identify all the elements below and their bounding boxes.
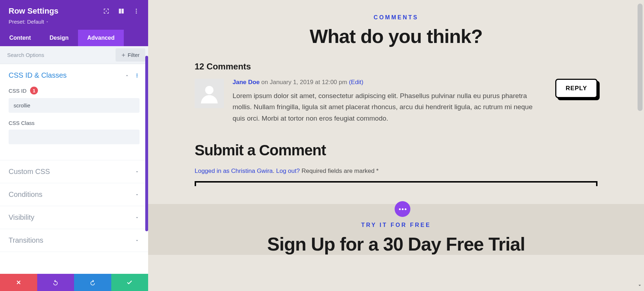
comment-edit-link[interactable]: (Edit) bbox=[349, 79, 364, 86]
search-input[interactable] bbox=[0, 47, 113, 63]
trial-label: TRY IT FOR FREE bbox=[148, 222, 644, 228]
css-class-label: CSS Class bbox=[9, 120, 140, 126]
sections-list: CSS ID & Classes CSS ID 1 bbox=[0, 64, 148, 274]
svg-point-6 bbox=[137, 76, 138, 77]
section-title: CSS ID & Classes bbox=[9, 71, 67, 79]
comment-author[interactable]: Jane Doe bbox=[233, 79, 260, 86]
css-id-label: CSS ID 1 bbox=[9, 87, 140, 94]
submit-meta: Logged in as Christina Gwira. Log out? R… bbox=[195, 168, 597, 175]
more-vertical-icon[interactable] bbox=[133, 8, 140, 14]
more-horizontal-icon bbox=[399, 208, 406, 210]
tabs: Content Design Advanced bbox=[0, 30, 148, 46]
chevron-down-icon bbox=[135, 169, 140, 174]
filter-label: Filter bbox=[128, 52, 140, 58]
svg-point-3 bbox=[136, 13, 137, 14]
tab-advanced[interactable]: Advanced bbox=[78, 30, 124, 46]
bottom-actions bbox=[0, 274, 148, 291]
trial-section: TRY IT FOR FREE Sign Up for a 30 Day Fre… bbox=[148, 204, 644, 255]
cancel-button[interactable] bbox=[0, 274, 37, 291]
more-vertical-icon[interactable] bbox=[135, 73, 140, 78]
preview-pane: COMMENTS What do you think? 12 Comments … bbox=[148, 0, 644, 291]
redo-button[interactable] bbox=[74, 274, 111, 291]
css-id-input[interactable] bbox=[9, 98, 140, 113]
svg-point-7 bbox=[205, 86, 213, 94]
fab-button[interactable] bbox=[395, 201, 410, 217]
panel-header: Row Settings Preset: Default bbox=[0, 0, 148, 30]
comment-text: Lorem ipsum dolor sit amet, consectetur … bbox=[233, 90, 547, 124]
preview-scrollbar[interactable] bbox=[638, 4, 643, 111]
chevron-down-icon bbox=[135, 215, 140, 220]
chevron-down-icon bbox=[45, 20, 49, 24]
avatar bbox=[195, 79, 224, 108]
section-css-id-classes: CSS ID & Classes CSS ID 1 bbox=[0, 64, 148, 160]
sidebar-scrollbar[interactable] bbox=[145, 56, 148, 231]
comment-item: Jane Doe on January 1, 2019 at 12:00 pm … bbox=[195, 79, 597, 124]
logged-in-link[interactable]: Logged in as Christina Gwira bbox=[195, 168, 273, 174]
redo-icon bbox=[89, 279, 96, 286]
user-icon bbox=[199, 83, 219, 103]
trial-title: Sign Up for a 30 Day Free Trial bbox=[148, 233, 644, 255]
section-visibility: Visibility bbox=[0, 206, 148, 229]
chevron-up-icon bbox=[125, 73, 130, 78]
section-header-transitions[interactable]: Transitions bbox=[0, 229, 148, 252]
preset-label: Preset: Default bbox=[9, 19, 44, 25]
comments-title: What do you think? bbox=[195, 25, 597, 47]
filter-button[interactable]: Filter bbox=[116, 48, 145, 62]
svg-point-5 bbox=[137, 75, 138, 76]
focus-icon[interactable] bbox=[103, 8, 109, 14]
logout-link[interactable]: Log out? bbox=[276, 168, 300, 174]
required-note: Required fields are marked * bbox=[302, 168, 379, 174]
section-title: Custom CSS bbox=[9, 168, 50, 176]
undo-icon bbox=[52, 279, 59, 286]
settings-sidebar: Row Settings Preset: Default Content Des… bbox=[0, 0, 148, 291]
section-header-css[interactable]: CSS ID & Classes bbox=[0, 64, 148, 87]
svg-point-0 bbox=[106, 11, 107, 12]
undo-button[interactable] bbox=[37, 274, 74, 291]
section-title: Conditions bbox=[9, 190, 43, 199]
css-class-input[interactable] bbox=[9, 130, 140, 144]
svg-point-1 bbox=[136, 9, 137, 10]
plus-icon bbox=[121, 53, 126, 57]
chevron-down-icon bbox=[135, 192, 140, 197]
css-id-badge: 1 bbox=[30, 87, 38, 94]
section-title: Visibility bbox=[9, 213, 34, 222]
section-header-conditions[interactable]: Conditions bbox=[0, 183, 148, 206]
search-bar: Filter bbox=[0, 46, 148, 64]
section-custom-css: Custom CSS bbox=[0, 160, 148, 183]
submit-comment-title: Submit a Comment bbox=[195, 142, 597, 159]
svg-point-4 bbox=[137, 73, 138, 74]
preset-selector[interactable]: Preset: Default bbox=[9, 19, 140, 25]
close-icon bbox=[15, 279, 22, 286]
save-button[interactable] bbox=[111, 274, 148, 291]
comments-count: 12 Comments bbox=[195, 62, 597, 72]
comment-meta: Jane Doe on January 1, 2019 at 12:00 pm … bbox=[233, 79, 547, 86]
section-title: Transitions bbox=[9, 236, 43, 244]
section-header-custom-css[interactable]: Custom CSS bbox=[0, 160, 148, 183]
section-header-visibility[interactable]: Visibility bbox=[0, 206, 148, 229]
tab-design[interactable]: Design bbox=[40, 30, 78, 46]
tab-content[interactable]: Content bbox=[0, 30, 40, 46]
reply-button[interactable]: REPLY bbox=[555, 79, 597, 98]
chevron-down-icon bbox=[135, 238, 140, 243]
section-transitions: Transitions bbox=[0, 229, 148, 252]
svg-point-2 bbox=[136, 11, 137, 12]
columns-icon[interactable] bbox=[118, 8, 125, 14]
section-conditions: Conditions bbox=[0, 183, 148, 206]
check-icon bbox=[126, 279, 133, 286]
comment-date: on January 1, 2019 at 12:00 pm bbox=[261, 79, 347, 86]
comments-label: COMMENTS bbox=[195, 14, 597, 21]
preview-dropdown-icon[interactable] bbox=[637, 282, 643, 287]
panel-title: Row Settings bbox=[9, 6, 58, 16]
comment-textarea-top[interactable] bbox=[195, 181, 597, 183]
